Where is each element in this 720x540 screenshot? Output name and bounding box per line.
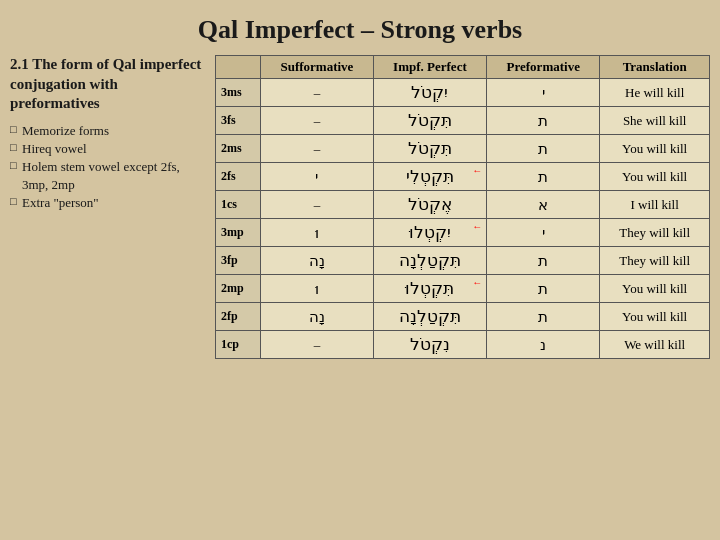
- trans-3fp: They will kill: [600, 247, 710, 275]
- impf-2ms: תִּקְטֹל: [373, 135, 486, 163]
- trans-3fs: She will kill: [600, 107, 710, 135]
- table-row: 3fp נָה תִּקְטַלְנָה ת They will kill: [216, 247, 710, 275]
- impf-3mp: יִקְטְלוּ ←: [373, 219, 486, 247]
- page-title: Qal Imperfect – Strong verbs: [10, 10, 710, 45]
- person-label-2fp: 2fp: [216, 303, 261, 331]
- table-container: Sufformative Impf. Perfect Preformative …: [215, 55, 710, 520]
- pref-2mp: ת: [487, 275, 600, 303]
- table-row: 3fs – תִּקְטֹל ת She will kill: [216, 107, 710, 135]
- trans-2ms: You will kill: [600, 135, 710, 163]
- pref-2ms: ת: [487, 135, 600, 163]
- table-row: 2fs י תִּקְטְלִי ← ת You will kill: [216, 163, 710, 191]
- col-header-translation: Translation: [600, 56, 710, 79]
- suf-2fs: י: [261, 163, 374, 191]
- page: Qal Imperfect – Strong verbs 2.1 The for…: [0, 0, 720, 540]
- person-label-3ms: 3ms: [216, 79, 261, 107]
- person-label-3fp: 3fp: [216, 247, 261, 275]
- col-header-imperfect: Impf. Perfect: [373, 56, 486, 79]
- suf-3mp: וּ: [261, 219, 374, 247]
- person-label-2fs: 2fs: [216, 163, 261, 191]
- trans-2fs: You will kill: [600, 163, 710, 191]
- bullet-4: Extra "person": [10, 194, 205, 212]
- person-label-3fs: 3fs: [216, 107, 261, 135]
- pref-2fp: ת: [487, 303, 600, 331]
- trans-2fp: You will kill: [600, 303, 710, 331]
- trans-2mp: You will kill: [600, 275, 710, 303]
- impf-2fs: תִּקְטְלִי ←: [373, 163, 486, 191]
- pref-1cp: נ: [487, 331, 600, 359]
- pref-1cs: א: [487, 191, 600, 219]
- suf-3fs: –: [261, 107, 374, 135]
- col-header-sufformative: Sufformative: [261, 56, 374, 79]
- col-header-person: [216, 56, 261, 79]
- table-row: 2mp וּ תִּקְטְלוּ ← ת You will kill: [216, 275, 710, 303]
- impf-2mp: תִּקְטְלוּ ←: [373, 275, 486, 303]
- person-label-2mp: 2mp: [216, 275, 261, 303]
- content-area: 2.1 The form of Qal imperfect conjugatio…: [10, 55, 710, 520]
- trans-3ms: He will kill: [600, 79, 710, 107]
- table-row: 3mp וּ יִקְטְלוּ ← י They will kill: [216, 219, 710, 247]
- suf-2fp: נָה: [261, 303, 374, 331]
- suf-3ms: –: [261, 79, 374, 107]
- pref-3ms: י: [487, 79, 600, 107]
- person-label-2ms: 2ms: [216, 135, 261, 163]
- impf-1cp: נִקְטֹל: [373, 331, 486, 359]
- bullet-3: Holem stem vowel except 2fs, 3mp, 2mp: [10, 158, 205, 194]
- impf-2fp: תִּקְטַלְנָה: [373, 303, 486, 331]
- bullet-1: Memorize forms: [10, 122, 205, 140]
- table-row: 2fp נָה תִּקְטַלְנָה ת You will kill: [216, 303, 710, 331]
- left-panel: 2.1 The form of Qal imperfect conjugatio…: [10, 55, 205, 520]
- table-row: 1cp – נִקְטֹל נ We will kill: [216, 331, 710, 359]
- person-label-1cp: 1cp: [216, 331, 261, 359]
- impf-3fs: תִּקְטֹל: [373, 107, 486, 135]
- suf-1cp: –: [261, 331, 374, 359]
- person-label-3mp: 3mp: [216, 219, 261, 247]
- section-title: 2.1 The form of Qal imperfect conjugatio…: [10, 55, 205, 114]
- trans-3mp: They will kill: [600, 219, 710, 247]
- table-row: 2ms – תִּקְטֹל ת You will kill: [216, 135, 710, 163]
- conjugation-table: Sufformative Impf. Perfect Preformative …: [215, 55, 710, 359]
- trans-1cp: We will kill: [600, 331, 710, 359]
- pref-2fs: ת: [487, 163, 600, 191]
- col-header-preformative: Preformative: [487, 56, 600, 79]
- impf-3fp: תִּקְטַלְנָה: [373, 247, 486, 275]
- table-row: 3ms – יִקְטֹל י He will kill: [216, 79, 710, 107]
- trans-1cs: I will kill: [600, 191, 710, 219]
- suf-2ms: –: [261, 135, 374, 163]
- bullet-2: Hireq vowel: [10, 140, 205, 158]
- impf-3ms: יִקְטֹל: [373, 79, 486, 107]
- impf-1cs: אֶקְטֹל: [373, 191, 486, 219]
- pref-3mp: י: [487, 219, 600, 247]
- table-row: 1cs – אֶקְטֹל א I will kill: [216, 191, 710, 219]
- pref-3fp: ת: [487, 247, 600, 275]
- suf-3fp: נָה: [261, 247, 374, 275]
- suf-2mp: וּ: [261, 275, 374, 303]
- person-label-1cs: 1cs: [216, 191, 261, 219]
- suf-1cs: –: [261, 191, 374, 219]
- pref-3fs: ת: [487, 107, 600, 135]
